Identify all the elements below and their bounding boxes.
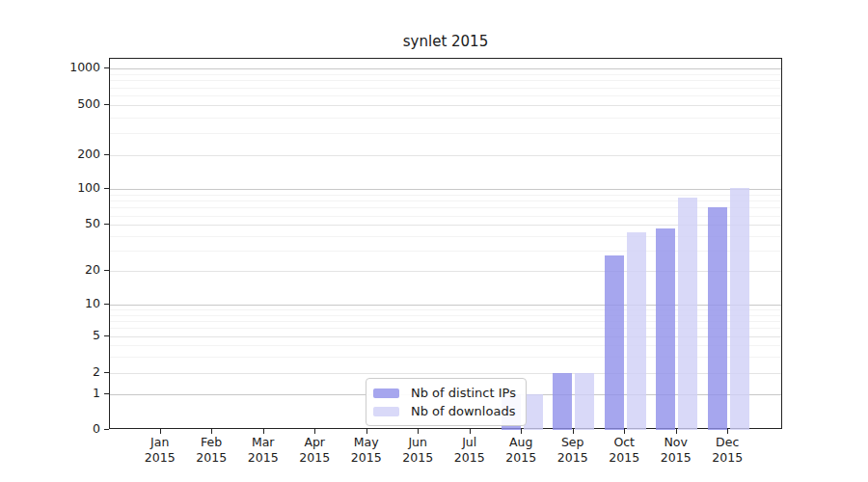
gridline-100 bbox=[110, 189, 781, 190]
xtick-label-oct: Oct2015 bbox=[598, 435, 650, 466]
xtick-month-feb: Feb bbox=[185, 435, 237, 450]
xtick-label-jul: Jul2015 bbox=[444, 435, 496, 466]
xtick-year-nov: 2015 bbox=[650, 450, 702, 466]
legend-swatch-downloads bbox=[373, 407, 399, 416]
xtick-mark-jan bbox=[160, 429, 161, 434]
xtick-mark-dec bbox=[727, 429, 728, 434]
legend-item-downloads: Nb of downloads bbox=[373, 402, 516, 420]
legend-label-distinct-ips: Nb of distinct IPs bbox=[411, 386, 516, 400]
xtick-label-jan: Jan2015 bbox=[134, 435, 186, 466]
ytick-mark-2 bbox=[104, 372, 109, 373]
ytick-mark-100 bbox=[104, 188, 109, 189]
xtick-month-jul: Jul bbox=[444, 435, 496, 450]
gridline-minor-300 bbox=[110, 133, 781, 134]
xtick-year-feb: 2015 bbox=[185, 450, 237, 466]
bar-downloads-dec bbox=[730, 188, 749, 430]
ytick-label-10: 10 bbox=[37, 296, 100, 311]
gridline-200 bbox=[110, 155, 781, 156]
xtick-year-dec: 2015 bbox=[701, 450, 753, 466]
chart-title: synlet 2015 bbox=[109, 33, 782, 50]
xtick-month-may: May bbox=[340, 435, 393, 450]
xtick-year-apr: 2015 bbox=[288, 450, 340, 466]
xtick-mark-mar bbox=[263, 429, 264, 434]
ytick-label-0: 0 bbox=[37, 421, 100, 437]
bar-ips-nov bbox=[656, 228, 675, 430]
ytick-label-500: 500 bbox=[37, 96, 100, 112]
xtick-label-apr: Apr2015 bbox=[288, 435, 340, 466]
xtick-year-mar: 2015 bbox=[237, 450, 289, 466]
gridline-1000 bbox=[110, 68, 781, 69]
xtick-label-aug: Aug2015 bbox=[495, 435, 547, 466]
gridline-minor-600 bbox=[110, 95, 781, 96]
xtick-month-nov: Nov bbox=[650, 435, 702, 450]
xtick-mark-apr bbox=[314, 429, 315, 434]
xtick-mark-may bbox=[366, 429, 367, 434]
ytick-mark-1 bbox=[104, 393, 109, 394]
ytick-label-20: 20 bbox=[37, 262, 100, 278]
xtick-year-jan: 2015 bbox=[134, 450, 186, 466]
xtick-year-jun: 2015 bbox=[392, 450, 444, 466]
bar-downloads-nov bbox=[678, 198, 697, 430]
ytick-label-100: 100 bbox=[37, 180, 100, 196]
legend-item-distinct-ips: Nb of distinct IPs bbox=[373, 384, 516, 402]
legend-label-downloads: Nb of downloads bbox=[411, 404, 515, 418]
ytick-mark-1000 bbox=[104, 67, 109, 68]
plot-area: Nb of distinct IPs Nb of downloads bbox=[109, 58, 782, 429]
gridline-minor-700 bbox=[110, 88, 781, 89]
xtick-mark-jun bbox=[418, 429, 419, 434]
bar-ips-sep bbox=[553, 373, 572, 430]
xtick-year-may: 2015 bbox=[340, 450, 393, 466]
ytick-mark-500 bbox=[104, 104, 109, 105]
xtick-month-oct: Oct bbox=[598, 435, 650, 450]
ytick-mark-0 bbox=[104, 429, 109, 430]
xtick-label-mar: Mar2015 bbox=[237, 435, 289, 466]
xtick-label-nov: Nov2015 bbox=[650, 435, 702, 466]
xtick-month-apr: Apr bbox=[288, 435, 340, 450]
ytick-label-5: 5 bbox=[37, 328, 100, 343]
xtick-mark-oct bbox=[624, 429, 625, 434]
xtick-label-jun: Jun2015 bbox=[392, 435, 444, 466]
ytick-mark-5 bbox=[104, 335, 109, 336]
bar-downloads-sep bbox=[575, 373, 594, 430]
legend: Nb of distinct IPs Nb of downloads bbox=[366, 378, 527, 426]
xtick-year-aug: 2015 bbox=[495, 450, 547, 466]
gridline-minor-90 bbox=[110, 195, 781, 196]
xtick-month-jun: Jun bbox=[392, 435, 444, 450]
bar-ips-dec bbox=[708, 207, 727, 429]
figure: synlet 2015 Nb of distinct IPs Nb of dow… bbox=[0, 0, 868, 482]
legend-swatch-distinct-ips bbox=[373, 388, 399, 398]
gridline-minor-800 bbox=[110, 80, 781, 81]
xtick-label-dec: Dec2015 bbox=[701, 435, 753, 466]
ytick-mark-10 bbox=[104, 304, 109, 305]
xtick-year-oct: 2015 bbox=[598, 450, 650, 466]
gridline-minor-900 bbox=[110, 74, 781, 75]
ytick-label-50: 50 bbox=[37, 216, 100, 231]
xtick-label-may: May2015 bbox=[340, 435, 393, 466]
xtick-year-jul: 2015 bbox=[444, 450, 496, 466]
xtick-month-jan: Jan bbox=[134, 435, 186, 450]
xtick-label-feb: Feb2015 bbox=[185, 435, 237, 466]
xtick-mark-aug bbox=[521, 429, 522, 434]
xtick-month-aug: Aug bbox=[495, 435, 547, 450]
ytick-mark-200 bbox=[104, 154, 109, 155]
xtick-month-mar: Mar bbox=[237, 435, 289, 450]
ytick-label-1: 1 bbox=[37, 386, 100, 401]
ytick-label-200: 200 bbox=[37, 147, 100, 162]
bar-downloads-oct bbox=[627, 232, 646, 430]
gridline-minor-400 bbox=[110, 118, 781, 119]
xtick-mark-jul bbox=[470, 429, 471, 434]
gridline-500 bbox=[110, 105, 781, 106]
bar-ips-oct bbox=[605, 255, 624, 429]
ytick-mark-20 bbox=[104, 270, 109, 271]
xtick-label-sep: Sep2015 bbox=[547, 435, 599, 466]
ytick-label-1000: 1000 bbox=[37, 60, 100, 75]
xtick-month-dec: Dec bbox=[701, 435, 753, 450]
xtick-month-sep: Sep bbox=[547, 435, 599, 450]
xtick-mark-nov bbox=[676, 429, 677, 434]
xtick-mark-sep bbox=[573, 429, 574, 434]
xtick-mark-feb bbox=[211, 429, 212, 434]
xtick-year-sep: 2015 bbox=[547, 450, 599, 466]
ytick-label-2: 2 bbox=[37, 364, 100, 380]
ytick-mark-50 bbox=[104, 224, 109, 225]
